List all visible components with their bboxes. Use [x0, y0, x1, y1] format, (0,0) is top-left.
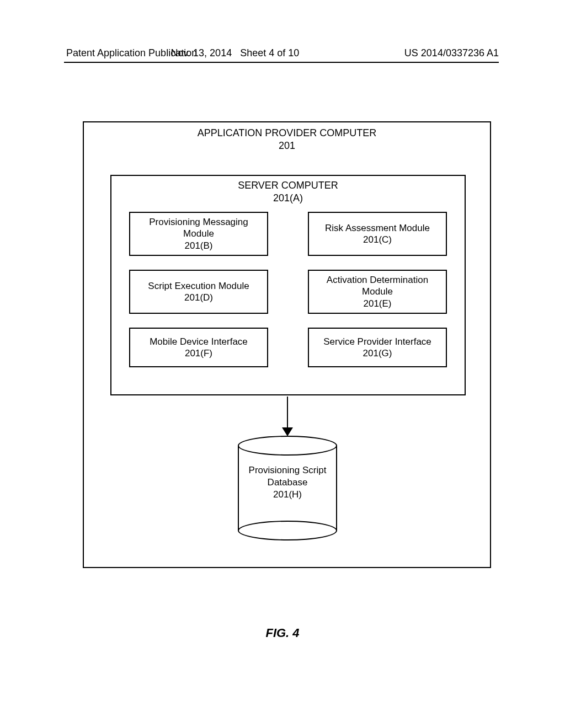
mobile-device-interface-box: Mobile Device Interface 201(F) [129, 328, 268, 367]
module-c-label: Risk Assessment Module [325, 222, 430, 234]
module-f-ref: 201(F) [185, 347, 212, 359]
server-computer-box: SERVER COMPUTER 201(A) Provisioning Mess… [110, 175, 466, 395]
module-c-ref: 201(C) [363, 234, 392, 245]
module-d-ref: 201(D) [184, 292, 213, 303]
service-provider-interface-box: Service Provider Interface 201(G) [308, 328, 447, 367]
server-ref: 201(A) [273, 192, 303, 204]
application-provider-computer-title: APPLICATION PROVIDER COMPUTER 201 [84, 127, 490, 153]
server-title-text: SERVER COMPUTER [238, 180, 338, 191]
arrow-line [287, 397, 288, 429]
risk-assessment-module-box: Risk Assessment Module 201(C) [308, 212, 447, 256]
server-computer-title: SERVER COMPUTER 201(A) [111, 179, 465, 205]
arrow-head-icon [282, 427, 293, 436]
header-date-sheet: Nov. 13, 2014 Sheet 4 of 10 [170, 47, 299, 59]
page-header: Patent Application Publication Nov. 13, … [0, 47, 565, 59]
header-rule [64, 62, 499, 63]
database-ref: 201(H) [273, 489, 302, 500]
module-e-label: Activation Determination Module [311, 274, 444, 298]
module-e-ref: 201(E) [363, 298, 391, 309]
module-b-label: Provisioning Messaging Module [132, 216, 265, 240]
activation-determination-module-box: Activation Determination Module 201(E) [308, 270, 447, 314]
module-g-ref: 201(G) [363, 347, 392, 359]
header-publication-number: US 2014/0337236 A1 [404, 47, 499, 59]
database-bottom-ellipse [238, 521, 337, 540]
outer-ref: 201 [279, 140, 295, 151]
script-execution-module-box: Script Execution Module 201(D) [129, 270, 268, 314]
outer-title-text: APPLICATION PROVIDER COMPUTER [198, 127, 377, 138]
module-b-ref: 201(B) [184, 240, 212, 251]
application-provider-computer-box: APPLICATION PROVIDER COMPUTER 201 SERVER… [83, 121, 491, 568]
module-d-label: Script Execution Module [148, 280, 249, 292]
module-g-label: Service Provider Interface [323, 336, 431, 347]
database-label-text: Provisioning Script Database [249, 465, 327, 488]
database-top-ellipse [238, 436, 337, 456]
figure-caption: FIG. 4 [0, 626, 565, 640]
provisioning-script-database: Provisioning Script Database 201(H) [238, 436, 337, 535]
header-date: Nov. 13, 2014 [170, 47, 232, 58]
provisioning-messaging-module-box: Provisioning Messaging Module 201(B) [129, 212, 268, 256]
header-sheet: Sheet 4 of 10 [240, 47, 299, 58]
module-f-label: Mobile Device Interface [150, 336, 248, 347]
database-label: Provisioning Script Database 201(H) [238, 464, 337, 501]
